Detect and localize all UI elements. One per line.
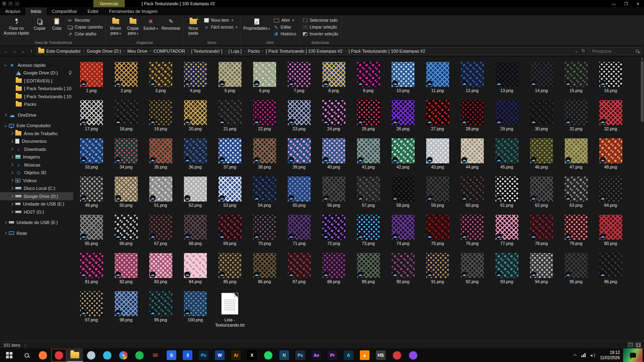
manage-contextual-chip[interactable]: Gerenciar — [93, 0, 125, 7]
file-item[interactable]: 23.png — [282, 100, 316, 138]
file-item[interactable]: 79.png — [559, 215, 593, 253]
file-item[interactable]: 39.png — [282, 138, 316, 177]
file-item[interactable]: 88.png — [316, 253, 351, 291]
file-item[interactable]: 41.png — [351, 138, 386, 177]
sidebar-item-imagens[interactable]: Imagens — [0, 153, 73, 161]
historico-button[interactable]: Histórico — [272, 31, 298, 37]
file-item[interactable]: 57.png — [351, 177, 386, 215]
selecionar-tudo-button[interactable]: Selecionar tudo — [301, 17, 340, 24]
photoshop[interactable]: Ps — [196, 348, 212, 362]
colar-button[interactable]: Colar — [48, 16, 65, 40]
tab-arquivo[interactable]: Arquivo — [0, 7, 25, 15]
sidebar-item-google-drive-d[interactable]: Google Drive (D:) — [0, 192, 73, 200]
file-item[interactable]: 61.png — [489, 177, 524, 215]
file-item[interactable]: 97.png — [74, 291, 109, 329]
file-item[interactable]: 40.png — [316, 138, 351, 177]
colar-atalho-button[interactable]: Colar atalho — [66, 31, 104, 37]
file-item[interactable]: 29.png — [489, 100, 524, 138]
sidebar-item-objetos-3d[interactable]: Objetos 3D — [0, 169, 73, 177]
file-item[interactable]: 74.png — [386, 215, 420, 253]
file-item[interactable]: 55.png — [282, 177, 316, 215]
file-item[interactable]: 81.png — [74, 253, 109, 291]
file-item[interactable]: 90.png — [386, 253, 420, 291]
sidebar-item-musicas[interactable]: Músicas — [0, 161, 73, 169]
sidebar-item-editaveis[interactable]: [ EDITÁVEIS ] — [0, 77, 73, 85]
word[interactable]: W — [212, 348, 228, 362]
file-item[interactable]: 45.png — [489, 138, 524, 177]
tab-ferramentas-de-imagem[interactable]: Ferramentas de Imagem — [104, 7, 163, 15]
breadcrumb-segment[interactable]: [ Pack Texturizando ] 100 Estampas #2 — [264, 49, 345, 53]
sidebar-item-unidade-de-usb-e[interactable]: Unidade de USB (E:) — [0, 200, 73, 208]
file-item[interactable]: 53.png — [213, 177, 247, 215]
file-item[interactable]: 28.png — [455, 100, 489, 138]
breadcrumb-segment[interactable]: Google Drive (D:) — [85, 49, 124, 53]
sidebar-item-acesso-rapido[interactable]: Acesso rápido — [0, 61, 73, 69]
sidebar-item-hd2t-g[interactable]: HD2T (G:) — [0, 208, 73, 216]
illustrator[interactable]: Ai — [228, 348, 244, 362]
file-item[interactable]: 56.png — [316, 177, 351, 215]
handbrake[interactable]: HS — [373, 348, 389, 362]
spotify[interactable] — [131, 348, 147, 362]
breadcrumb-segment[interactable]: [ Pack Texturizando ] 100 Estampas #2 — [347, 49, 427, 53]
taskbar-clock[interactable]: 19:12 11/02/2026 — [600, 350, 620, 360]
file-item[interactable]: 42.png — [386, 138, 420, 177]
up-button[interactable]: ↑ — [28, 48, 35, 54]
file-item[interactable]: 43.png — [420, 138, 455, 177]
minimize-button[interactable]: — — [608, 0, 620, 7]
fixar-no-acesso-rapido-button[interactable]: Fixar no Acesso rápido — [2, 16, 31, 40]
whatsapp[interactable] — [260, 348, 276, 362]
file-item[interactable]: 60.png — [455, 177, 489, 215]
file-item[interactable]: 80.png — [593, 215, 628, 253]
file-item[interactable]: 9.png — [351, 62, 386, 100]
file-item[interactable]: 71.png — [282, 215, 316, 253]
sidebar-item-documentos[interactable]: Documentos — [0, 138, 73, 146]
scrollbar-thumb[interactable] — [641, 61, 644, 121]
file-item[interactable]: 33.png — [74, 138, 109, 177]
file-item[interactable]: 22.png — [247, 100, 282, 138]
file-item[interactable]: 98.png — [109, 291, 143, 329]
steam[interactable] — [83, 348, 99, 362]
file-item[interactable]: 72.png — [316, 215, 351, 253]
file-item[interactable]: 63.png — [559, 177, 593, 215]
file-item[interactable]: 38.png — [247, 138, 282, 177]
file-item[interactable]: 92.png — [455, 253, 489, 291]
purple-app[interactable] — [405, 348, 421, 362]
volume-icon[interactable] — [590, 353, 596, 358]
red-app[interactable] — [389, 348, 405, 362]
file-item[interactable]: 3.png — [143, 62, 178, 100]
maximize-button[interactable]: ❐ — [620, 0, 632, 7]
details-view-button[interactable] — [628, 343, 633, 347]
file-item[interactable]: 19.png — [143, 100, 178, 138]
file-item[interactable]: 7.png — [282, 62, 316, 100]
excluir-button[interactable]: Excluir▾ — [142, 16, 159, 40]
refresh-icon[interactable]: ↻ — [582, 48, 585, 53]
file-item[interactable]: 24.png — [316, 100, 351, 138]
sidebar-item-disco-local-c[interactable]: Disco Local (C:) — [0, 185, 73, 193]
recent-locations-dropdown[interactable]: ⌄ — [19, 48, 27, 54]
file-item[interactable]: 36.png — [178, 138, 213, 177]
file-item[interactable]: 32.png — [593, 100, 628, 138]
tray-overflow-chevron-icon[interactable] — [574, 354, 577, 357]
copiar-para-button[interactable]: Copiar para▾ — [124, 16, 141, 40]
tab-compartilhar[interactable]: Compartilhar — [47, 7, 83, 15]
sidebar-item-downloads[interactable]: Downloads — [0, 145, 73, 153]
back-button[interactable]: ← — [2, 48, 10, 54]
audio-app[interactable]: A — [341, 348, 357, 362]
recortar-button[interactable]: Recortar — [66, 17, 104, 24]
file-item[interactable]: 75.png — [420, 215, 455, 253]
file-item[interactable]: 87.png — [282, 253, 316, 291]
renomear-button[interactable]: Renomear — [160, 16, 182, 40]
file-item[interactable]: 11.png — [420, 62, 455, 100]
file-item[interactable]: 52.png — [178, 177, 213, 215]
file-item[interactable]: 5.png — [213, 62, 247, 100]
editar-button[interactable]: Editar — [272, 24, 298, 31]
address-field[interactable]: Este Computador›Google Drive (D:)›Meu Dr… — [36, 47, 588, 55]
breadcrumb-segment[interactable]: Meu Drive — [125, 49, 149, 53]
file-item[interactable]: 73.png — [351, 215, 386, 253]
file-item[interactable]: 12.png — [455, 62, 489, 100]
search-input[interactable] — [592, 49, 634, 53]
breadcrumb-segment[interactable]: Este Computador — [44, 49, 83, 53]
file-item[interactable]: 69.png — [213, 215, 247, 253]
file-item[interactable]: 54.png — [247, 177, 282, 215]
file-item[interactable]: 96.png — [593, 253, 628, 291]
